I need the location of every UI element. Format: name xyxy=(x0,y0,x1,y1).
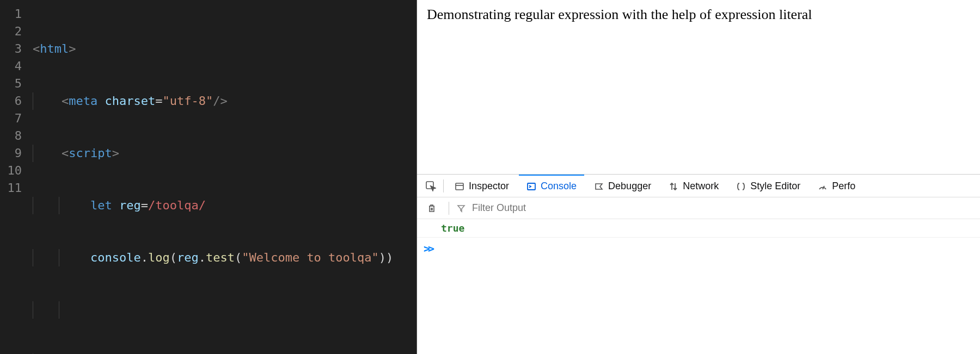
tab-style-editor[interactable]: Style Editor xyxy=(728,175,808,197)
tab-label: Style Editor xyxy=(750,181,800,192)
devtools-tab-bar: Inspector Console Debugger xyxy=(417,175,980,197)
line-number: 11 xyxy=(0,179,22,197)
tab-console[interactable]: Console xyxy=(519,175,584,197)
console-log-row: true xyxy=(417,219,980,238)
svg-rect-1 xyxy=(456,183,463,190)
line-number: 10 xyxy=(0,162,22,179)
pick-element-button[interactable] xyxy=(421,177,440,195)
tab-label: Debugger xyxy=(608,181,651,192)
tab-network[interactable]: Network xyxy=(661,175,726,197)
devtools-panel: Inspector Console Debugger xyxy=(417,174,980,354)
code-area[interactable]: <html> <meta charset="utf-8"/> <script> … xyxy=(27,0,415,354)
line-number: 3 xyxy=(0,40,22,58)
tab-performance[interactable]: Perfo xyxy=(810,175,863,197)
line-number: 2 xyxy=(0,23,22,40)
tab-label: Network xyxy=(683,181,719,192)
rendered-page: Demonstrating regular expression with th… xyxy=(417,0,980,174)
filter-output-input[interactable] xyxy=(472,202,975,214)
filter-icon xyxy=(457,204,465,213)
tab-label: Perfo xyxy=(832,181,855,192)
separator xyxy=(443,179,444,192)
line-number: 1 xyxy=(0,5,22,23)
line-number: 9 xyxy=(0,145,22,162)
debugger-icon xyxy=(594,182,604,191)
inspector-icon xyxy=(455,182,464,191)
network-icon xyxy=(669,182,678,191)
prompt-chevron-icon: >> xyxy=(424,242,432,255)
console-icon xyxy=(526,182,536,191)
tab-label: Inspector xyxy=(469,181,509,192)
separator xyxy=(449,202,449,215)
line-number: 8 xyxy=(0,127,22,145)
app-root: 1 2 3 4 5 6 7 8 9 10 11 <html> <meta cha… xyxy=(0,0,980,354)
clear-console-button[interactable] xyxy=(422,199,441,218)
line-number: 6 xyxy=(0,92,22,110)
style-editor-icon xyxy=(736,182,746,191)
line-number: 5 xyxy=(0,75,22,92)
console-log-value: true xyxy=(441,222,464,234)
line-number: 7 xyxy=(0,110,22,127)
browser-pane: Demonstrating regular expression with th… xyxy=(416,0,980,354)
console-prompt[interactable]: >> xyxy=(417,238,980,259)
performance-icon xyxy=(818,182,828,191)
code-editor[interactable]: 1 2 3 4 5 6 7 8 9 10 11 <html> <meta cha… xyxy=(0,0,416,354)
tab-label: Console xyxy=(541,181,577,192)
console-toolbar xyxy=(417,197,980,219)
line-number-gutter: 1 2 3 4 5 6 7 8 9 10 11 xyxy=(0,0,27,354)
line-number: 4 xyxy=(0,58,22,75)
page-body-text: Demonstrating regular expression with th… xyxy=(427,7,812,22)
tab-inspector[interactable]: Inspector xyxy=(447,175,517,197)
tab-debugger[interactable]: Debugger xyxy=(586,175,659,197)
console-output-area[interactable]: true >> xyxy=(417,219,980,354)
